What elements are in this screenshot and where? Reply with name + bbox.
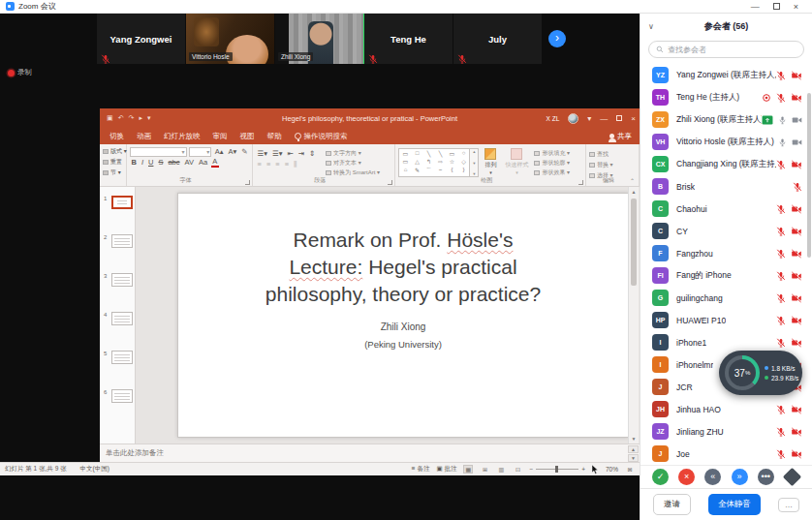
align-right-button[interactable]: ≡ xyxy=(274,159,281,169)
ppt-close-button[interactable]: × xyxy=(631,114,636,123)
fit-to-window-button[interactable]: ⊠ xyxy=(625,465,635,474)
participant-row[interactable]: JHJinhua HAO xyxy=(640,398,812,420)
editing-button[interactable]: 替换 ▾ xyxy=(589,161,636,169)
collapse-ribbon-icon[interactable]: ⌃ xyxy=(630,177,635,184)
slideshow-button[interactable]: ⊡ xyxy=(513,465,522,474)
drawing-dialog-launcher-icon[interactable] xyxy=(578,180,583,185)
shape-glyph-icon[interactable]: { xyxy=(451,167,453,175)
shape-glyph-icon[interactable]: □ xyxy=(416,150,420,157)
numbering-button[interactable]: ☰▾ xyxy=(271,148,285,159)
participant-row[interactable]: FIFang的 iPhone xyxy=(640,264,812,287)
shape-glyph-icon[interactable]: } xyxy=(462,167,464,175)
columns-button[interactable]: ⫼ xyxy=(293,159,298,169)
restore-button[interactable] xyxy=(773,3,780,10)
net-speed-overlay[interactable]: 37% 1.8 KB/s 23.9 KB/s xyxy=(719,351,802,395)
shape-glyph-icon[interactable]: ⌂ xyxy=(404,167,408,175)
shapes-gallery-scrollbar[interactable]: ▴▾▾ xyxy=(470,148,479,177)
change-case-button[interactable]: Aa xyxy=(198,157,209,168)
ribbon-tab-幻灯片放映[interactable]: 幻灯片放映 xyxy=(164,132,201,141)
shape-glyph-icon[interactable]: ⇨ xyxy=(438,158,443,165)
video-tile[interactable]: July xyxy=(453,14,543,64)
participants-scrollbar[interactable] xyxy=(807,93,811,258)
more-reactions-button[interactable]: ••• xyxy=(758,469,774,485)
grow-font-button[interactable]: A▴ xyxy=(213,146,225,157)
shape-glyph-icon[interactable]: ☆ xyxy=(450,158,454,165)
quick-access-icon[interactable]: ▣ xyxy=(107,114,113,122)
reading-view-button[interactable]: ▥ xyxy=(496,465,506,474)
slide-scrollbar[interactable]: ▲ ▼ xyxy=(628,187,639,444)
participant-row[interactable]: CChaohui xyxy=(640,198,812,220)
ribbon-tab-切换[interactable]: 切换 xyxy=(109,132,124,141)
quick-access-icon[interactable]: ↶ xyxy=(118,114,124,122)
editing-button[interactable]: 查找 xyxy=(589,150,636,159)
shadow-button[interactable]: S xyxy=(157,157,165,168)
character-spacing-button[interactable]: AV xyxy=(183,157,195,168)
shapes-gallery[interactable]: ▭□╲╲▭○▭△↰⇨☆◇⌂✎⌒~{} xyxy=(398,148,470,177)
quick-access-icon[interactable]: ↷ xyxy=(129,114,135,122)
next-page-arrow-icon[interactable]: › xyxy=(548,30,566,47)
video-tile[interactable]: Vittorio Hosle xyxy=(186,14,275,64)
current-slide[interactable]: Remark on Prof. Hösle'sLecture: Hegel's … xyxy=(177,193,629,438)
slide-thumbnail[interactable]: 1 xyxy=(100,193,135,231)
zoom-slider-thumb[interactable] xyxy=(555,466,558,473)
notes-toggle-button[interactable]: ≡ 备注 xyxy=(412,465,430,474)
no-button[interactable]: × xyxy=(678,469,695,485)
ribbon-options-icon[interactable]: ▾ xyxy=(587,114,591,123)
shape-style-button[interactable]: 形状轮廓 ▾ xyxy=(534,159,570,168)
shape-glyph-icon[interactable]: ✎ xyxy=(415,167,420,175)
ribbon-tab-审阅[interactable]: 审阅 xyxy=(213,132,228,141)
zoom-percentage[interactable]: 70% xyxy=(606,466,618,473)
italic-button[interactable]: I xyxy=(140,157,144,168)
shape-style-button[interactable]: 形状填充 ▾ xyxy=(534,149,570,158)
quick-access-toolbar[interactable]: ▣↶↷▸▾ xyxy=(107,114,150,122)
minimize-button[interactable]: — xyxy=(751,2,760,12)
increase-indent-button[interactable]: ⇥ xyxy=(297,148,305,159)
bold-button[interactable]: B xyxy=(130,157,138,168)
align-left-button[interactable]: ≡ xyxy=(256,159,263,169)
scroll-down-icon[interactable]: ▼ xyxy=(629,436,639,442)
shape-glyph-icon[interactable]: ▭ xyxy=(403,150,409,157)
slide-thumbnail[interactable]: 3 xyxy=(100,270,135,309)
yes-button[interactable]: ✓ xyxy=(652,469,669,485)
participant-row[interactable]: JJoe xyxy=(640,443,812,465)
slide-thumbnail[interactable]: 4 xyxy=(100,309,135,348)
font-dialog-launcher-icon[interactable] xyxy=(245,180,250,185)
arrange-button[interactable]: 排列 ▾ xyxy=(482,146,499,177)
align-center-button[interactable]: ≡ xyxy=(265,159,271,169)
participant-row[interactable]: CCY xyxy=(640,220,812,242)
ribbon-tab-帮助[interactable]: 帮助 xyxy=(267,132,282,141)
justify-button[interactable]: ≡ xyxy=(283,159,290,169)
decrease-indent-button[interactable]: ⇤ xyxy=(286,148,295,159)
participant-row[interactable]: FFangzhou xyxy=(640,242,812,264)
strikethrough-button[interactable]: abc xyxy=(167,157,181,168)
clear-formatting-icon[interactable]: ✎ xyxy=(240,146,249,157)
clear-button[interactable] xyxy=(783,468,801,486)
participant-row[interactable]: JZJinliang ZHU xyxy=(640,420,812,443)
quick-access-icon[interactable]: ▾ xyxy=(147,114,151,122)
slide-thumbnail[interactable]: 2 xyxy=(100,231,135,270)
shape-glyph-icon[interactable]: ◇ xyxy=(461,158,466,165)
zoom-out-icon[interactable]: − xyxy=(529,466,533,473)
slower-button[interactable]: « xyxy=(704,469,721,485)
comments-toggle-button[interactable]: ▣ 批注 xyxy=(436,465,456,474)
chevron-down-icon[interactable]: ∨ xyxy=(648,22,654,31)
slide-sorter-view-button[interactable]: ⊞ xyxy=(480,465,489,474)
shape-glyph-icon[interactable]: ╲ xyxy=(439,150,443,157)
slides-group-button[interactable]: 重置 xyxy=(103,158,123,167)
shrink-font-button[interactable]: A▾ xyxy=(227,146,238,157)
slides-group-button[interactable]: 版式 ▾ xyxy=(103,147,123,156)
paragraph-dialog-launcher-icon[interactable] xyxy=(388,180,392,185)
zoom-in-icon[interactable]: + xyxy=(581,466,585,473)
video-tile[interactable]: Yang Zongwei xyxy=(97,14,186,64)
quick-access-icon[interactable]: ▸ xyxy=(139,114,142,122)
shape-glyph-icon[interactable]: ▭ xyxy=(403,158,409,165)
faster-button[interactable]: » xyxy=(732,469,748,485)
participant-row[interactable]: ZXZhili Xiong (联席主持人) xyxy=(640,108,812,131)
participant-row[interactable]: Gguilingchang xyxy=(640,287,812,309)
bullets-button[interactable]: ☰▾ xyxy=(256,148,269,159)
participant-row[interactable]: THTeng He (主持人) xyxy=(640,86,812,108)
normal-view-button[interactable]: ▦ xyxy=(463,465,473,474)
search-participants-input[interactable]: 查找参会者 xyxy=(648,41,804,58)
participant-row[interactable]: VHVittorio Hosle (联席主持人) xyxy=(640,131,812,153)
notes-spinner[interactable]: ▲▼ xyxy=(628,445,639,462)
